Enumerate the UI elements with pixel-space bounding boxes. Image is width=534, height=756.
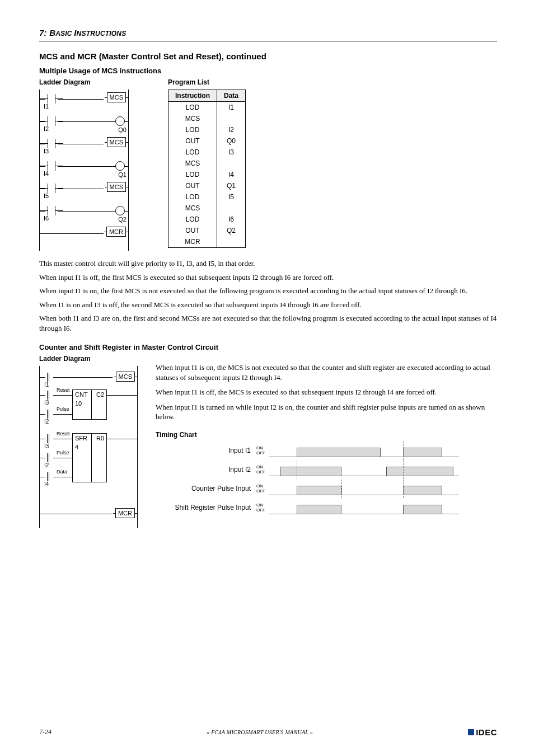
ladder-diagram-1: I1 MCS I2 Q0 I3 xyxy=(39,90,129,251)
table-cell: Q1 xyxy=(217,180,246,191)
timing-row-label: Input I2 xyxy=(156,466,256,473)
data-label: Data xyxy=(57,469,67,475)
table-cell: I5 xyxy=(217,191,246,203)
paragraph: When input I1 is off, the first MCS is e… xyxy=(39,273,497,283)
coil-q1: Q1 xyxy=(118,171,127,178)
mcs-box-1: MCS xyxy=(107,92,126,102)
off-label: OFF xyxy=(256,489,269,494)
contact-i4-2: I4 xyxy=(44,481,49,487)
mcs-box-2: MCS xyxy=(107,137,126,147)
timing-chart: Timing Chart Input I1 ONOFF Input I2 ONO… xyxy=(156,431,497,516)
page-number: 7-24 xyxy=(39,728,51,736)
mcs-box-4: MCS xyxy=(116,372,135,382)
contact-i2: I2 xyxy=(44,125,49,132)
table-cell: Q0 xyxy=(217,135,246,147)
sfr-len: 4 xyxy=(75,444,78,450)
manual-title: « FC4A MICROSMART USER'S MANUAL » xyxy=(207,729,313,735)
section-heading: MCS and MCR (Master Control Set and Rese… xyxy=(39,51,497,61)
paragraph: This master control circuit will give pr… xyxy=(39,259,497,269)
table-cell: LOD xyxy=(168,191,217,203)
reset-label-2: Reset xyxy=(57,431,70,436)
on-label: ON xyxy=(256,503,269,508)
table-cell xyxy=(217,236,246,248)
contact-i6: I6 xyxy=(44,215,49,222)
on-label: ON xyxy=(256,464,269,469)
body-text-block: This master control circuit will give pr… xyxy=(39,259,497,333)
sfr-label: SFR xyxy=(75,435,87,442)
table-cell: I3 xyxy=(217,147,246,158)
subsection-heading: Multiple Usage of MCS instructions xyxy=(39,67,497,75)
contact-i4: I4 xyxy=(44,170,49,177)
off-label: OFF xyxy=(256,469,269,475)
paragraph: When input I1 is on, the first MCS is no… xyxy=(39,286,497,296)
th-data: Data xyxy=(217,90,246,102)
mcr-box: MCR xyxy=(106,227,126,237)
contact-i1-2: I1 xyxy=(44,382,49,388)
table-cell: I4 xyxy=(217,169,246,180)
th-instruction: Instruction xyxy=(168,90,217,102)
table-cell: I6 xyxy=(217,214,246,225)
table-cell: LOD xyxy=(168,214,217,225)
timing-heading: Timing Chart xyxy=(156,431,497,439)
chapter-num: 7: xyxy=(39,28,47,37)
page-footer: 7-24 « FC4A MICROSMART USER'S MANUAL » I… xyxy=(39,727,497,737)
contact-i1: I1 xyxy=(44,103,49,110)
contact-i3: I3 xyxy=(44,148,49,154)
mcs-box-3: MCS xyxy=(107,182,126,192)
off-label: OFF xyxy=(256,508,269,513)
paragraph: When input I1 is turned on while input I… xyxy=(156,402,497,422)
pulse-label-2: Pulse xyxy=(57,450,69,456)
off-label: OFF xyxy=(256,450,269,456)
logo-square-icon xyxy=(468,729,474,735)
chapter-title-b: B xyxy=(49,28,55,37)
ladder-heading: Ladder Diagram xyxy=(39,78,129,86)
table-cell xyxy=(217,203,246,214)
coil-q2: Q2 xyxy=(118,216,127,223)
table-cell: OUT xyxy=(168,225,217,236)
brand-logo: IDEC xyxy=(468,727,497,737)
contact-i2-2: I2 xyxy=(44,419,49,425)
table-cell: LOD xyxy=(168,169,217,180)
cnt-label: CNT xyxy=(75,391,88,398)
table-cell xyxy=(217,113,246,124)
program-list-heading: Program List xyxy=(168,78,246,86)
contact-i5: I5 xyxy=(44,192,49,199)
timing-row-label: Shift Register Pulse Input xyxy=(156,504,256,511)
subsection-heading-2: Counter and Shift Register in Master Con… xyxy=(39,343,497,351)
table-cell: OUT xyxy=(168,180,217,191)
table-cell: I2 xyxy=(217,124,246,135)
program-list-table: Instruction Data LODI1 MCS LODI2 OUTQ0 L… xyxy=(168,90,246,248)
mcr-box-2: MCR xyxy=(115,508,135,518)
table-cell: LOD xyxy=(168,102,217,114)
table-cell: Q2 xyxy=(217,225,246,236)
on-label: ON xyxy=(256,483,269,489)
on-label: ON xyxy=(256,445,269,450)
paragraph: When input I1 is on, the MCS is not exec… xyxy=(156,363,497,382)
cnt-output: C2 xyxy=(96,391,104,398)
table-cell: I1 xyxy=(217,102,246,114)
coil-q0: Q0 xyxy=(118,126,127,133)
table-cell: MCR xyxy=(168,236,217,248)
table-cell xyxy=(217,158,246,169)
paragraph: When input I1 is off, the MCS is execute… xyxy=(156,387,497,397)
cnt-preset: 10 xyxy=(75,400,82,407)
paragraph: When both I1 and I3 are on, the first an… xyxy=(39,313,497,333)
timing-row-label: Counter Pulse Input xyxy=(156,485,256,492)
table-cell: OUT xyxy=(168,135,217,147)
chapter-title-asic: ASIC xyxy=(55,30,74,37)
pulse-label-1: Pulse xyxy=(57,406,69,412)
table-cell: MCS xyxy=(168,203,217,214)
chapter-header: 7: BASIC INSTRUCTIONS xyxy=(39,28,497,41)
reset-label-1: Reset xyxy=(57,387,70,393)
contact-i3-2: I3 xyxy=(44,400,49,406)
ladder-diagram-2: I1 MCS Reset I3 Pulse I2 CNT xyxy=(39,366,138,528)
table-cell: MCS xyxy=(168,158,217,169)
sfr-output: R0 xyxy=(96,435,104,442)
timing-row-label: Input I1 xyxy=(156,447,256,454)
table-cell: MCS xyxy=(168,113,217,124)
brand-text: IDEC xyxy=(476,727,497,737)
contact-i3-3: I3 xyxy=(44,443,49,449)
table-cell: LOD xyxy=(168,124,217,135)
chapter-title-nstructions: NSTRUCTIONS xyxy=(77,30,127,37)
paragraph: When I1 is on and I3 is off, the second … xyxy=(39,300,497,310)
